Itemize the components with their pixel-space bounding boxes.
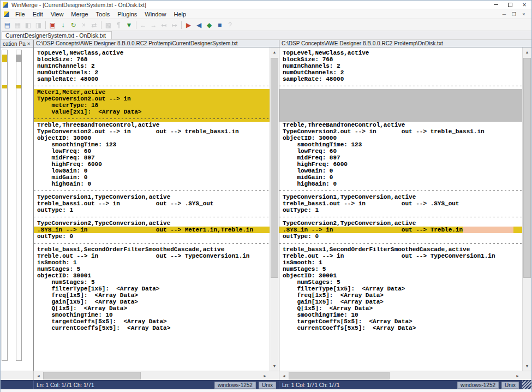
code-line[interactable] bbox=[34, 213, 270, 220]
code-line[interactable]: objectID: 30000 bbox=[34, 135, 270, 141]
code-line[interactable]: blockSize: 768 bbox=[34, 56, 270, 63]
code-line[interactable]: Meter1,Meter,active bbox=[34, 89, 270, 96]
code-line[interactable]: treble_bass1,SecondOrderFilterSmoothedCa… bbox=[34, 246, 270, 253]
code-line[interactable]: Treble.out --> in out --> TypeConversion… bbox=[34, 253, 270, 259]
menu-view[interactable]: View bbox=[47, 10, 68, 19]
document-system-menu-icon[interactable] bbox=[4, 11, 9, 17]
code-line[interactable]: lowFreq: 60 bbox=[34, 148, 270, 155]
code-line[interactable]: highFreq: 6000 bbox=[279, 161, 522, 168]
code-line[interactable]: sampleRate: 48000 bbox=[279, 76, 522, 82]
minimize-button[interactable] bbox=[489, 1, 503, 9]
code-line[interactable]: lowGain: 0 bbox=[279, 168, 522, 174]
code-line[interactable] bbox=[279, 96, 522, 102]
menu-file[interactable]: File bbox=[11, 10, 29, 19]
code-line[interactable] bbox=[34, 115, 270, 122]
scroll-right-icon[interactable]: ► bbox=[513, 371, 522, 380]
toolbar-help-icon[interactable]: ? bbox=[225, 20, 235, 30]
toolbar-reload-icon[interactable]: ↻ bbox=[68, 20, 79, 30]
code-line[interactable] bbox=[279, 240, 522, 246]
code-line[interactable]: Treble,ThreeBandToneControl,active bbox=[34, 122, 270, 128]
code-line[interactable]: midFreq: 897 bbox=[279, 155, 522, 161]
code-line[interactable]: outType: 1 bbox=[279, 207, 522, 213]
location-diff-marker[interactable] bbox=[16, 55, 21, 62]
toolbar-options-icon[interactable]: ▣ bbox=[47, 20, 58, 30]
code-line[interactable]: filterType[1x5]: <Array Data> bbox=[279, 286, 522, 292]
code-line[interactable]: lowGain: 0 bbox=[34, 168, 270, 174]
code-line[interactable]: freq[1x5]: <Array Data> bbox=[279, 292, 522, 299]
toolbar-next-diff-icon[interactable]: → bbox=[148, 20, 159, 30]
code-line[interactable] bbox=[279, 109, 522, 115]
code-line[interactable] bbox=[279, 115, 522, 122]
code-line[interactable]: freq[1x5]: <Array Data> bbox=[34, 292, 270, 299]
code-line[interactable]: numInChannels: 2 bbox=[34, 63, 270, 69]
code-line[interactable]: numStages: 5 bbox=[279, 266, 522, 272]
location-pane-body[interactable] bbox=[1, 47, 33, 371]
toolbar-plugins-icon[interactable]: ■ bbox=[214, 20, 225, 30]
child-close-button[interactable]: × bbox=[519, 10, 528, 17]
code-line[interactable]: currentCoeffs[5x5]: <Array Data> bbox=[279, 325, 522, 331]
code-line[interactable] bbox=[279, 213, 522, 220]
left-pane-content[interactable]: TopLevel,NewClass,activeblockSize: 768nu… bbox=[34, 47, 270, 371]
code-line[interactable]: blockSize: 768 bbox=[279, 56, 522, 63]
toolbar-prev-diff-icon[interactable]: ← bbox=[138, 20, 148, 30]
code-line[interactable]: highGain: 0 bbox=[34, 181, 270, 187]
code-line[interactable]: smoothingTime: 10 bbox=[34, 312, 270, 318]
close-button[interactable]: × bbox=[517, 1, 531, 9]
code-line[interactable]: Treble,ThreeBandToneControl,active bbox=[279, 122, 522, 128]
code-line[interactable]: smoothingTime: 123 bbox=[279, 141, 522, 148]
code-line[interactable]: .SYS_in --> in out --> Treble.in bbox=[279, 227, 522, 233]
code-line[interactable]: objectID: 30001 bbox=[34, 272, 270, 279]
code-line[interactable] bbox=[279, 187, 522, 194]
maximize-button[interactable] bbox=[503, 1, 517, 9]
code-line[interactable]: value[2x1]: <Array Data> bbox=[34, 109, 270, 115]
location-diff-marker[interactable] bbox=[2, 55, 7, 62]
code-line[interactable]: TypeConversion2.out --> in bbox=[34, 96, 270, 102]
code-line[interactable]: numInChannels: 2 bbox=[279, 63, 522, 69]
code-line[interactable]: outType: 0 bbox=[279, 233, 522, 240]
toolbar-save-right-icon[interactable]: ◨ bbox=[33, 20, 44, 30]
left-horizontal-scrollbar[interactable]: ◄ ► bbox=[34, 371, 279, 380]
menu-help[interactable]: Help bbox=[170, 10, 190, 19]
code-line[interactable] bbox=[34, 240, 270, 246]
location-bar-right[interactable] bbox=[16, 50, 22, 361]
right-vscroll-thumb[interactable] bbox=[523, 58, 531, 278]
code-line[interactable]: TopLevel,NewClass,active bbox=[34, 50, 270, 56]
code-line[interactable]: .SYS_in --> in out --> Meter1.in,Treble.… bbox=[34, 227, 270, 233]
code-line[interactable]: targetCoeffs[5x5]: <Array Data> bbox=[34, 318, 270, 325]
code-line[interactable]: TypeConversion2.out --> in out --> trebl… bbox=[279, 128, 522, 135]
menu-edit[interactable]: Edit bbox=[29, 10, 47, 19]
code-line[interactable]: midGain: 0 bbox=[279, 174, 522, 181]
right-hscroll-track[interactable] bbox=[289, 371, 513, 380]
code-line[interactable]: smoothingTime: 123 bbox=[34, 141, 270, 148]
scroll-down-icon[interactable]: ▼ bbox=[523, 361, 531, 371]
menu-tools[interactable]: Tools bbox=[92, 10, 114, 19]
code-line[interactable]: TypeConversion1,TypeConversion,active bbox=[34, 194, 270, 200]
toolbar-save-icon[interactable]: ▦ bbox=[13, 20, 23, 30]
right-hscroll-thumb[interactable] bbox=[289, 372, 390, 379]
right-pane-content[interactable]: TopLevel,NewClass,activeblockSize: 768nu… bbox=[279, 47, 522, 371]
code-line[interactable]: lowFreq: 60 bbox=[279, 148, 522, 155]
location-bar-left[interactable] bbox=[2, 50, 8, 361]
code-line[interactable]: numStages: 5 bbox=[34, 279, 270, 286]
resize-grip[interactable] bbox=[522, 381, 531, 389]
code-line[interactable]: numOutChannels: 2 bbox=[34, 69, 270, 76]
code-line[interactable]: midFreq: 897 bbox=[34, 155, 270, 161]
code-line[interactable]: meterType: 18 bbox=[34, 102, 270, 109]
code-line[interactable] bbox=[279, 82, 522, 89]
left-hscroll-thumb[interactable] bbox=[43, 372, 141, 379]
code-line[interactable]: smoothingTime: 10 bbox=[279, 312, 522, 318]
code-line[interactable] bbox=[34, 187, 270, 194]
menu-merge[interactable]: Merge bbox=[67, 10, 92, 19]
scroll-up-icon[interactable]: ▲ bbox=[523, 47, 531, 57]
scroll-left-icon[interactable]: ◄ bbox=[34, 371, 43, 380]
right-vertical-scrollbar[interactable]: ▲ ▼ bbox=[522, 47, 531, 371]
code-line[interactable]: numOutChannels: 2 bbox=[279, 69, 522, 76]
code-line[interactable]: outType: 0 bbox=[34, 233, 270, 240]
code-line[interactable]: objectID: 30000 bbox=[279, 135, 522, 141]
location-diff-marker[interactable] bbox=[2, 85, 7, 88]
code-line[interactable]: gain[1x5]: <Array Data> bbox=[34, 299, 270, 305]
toolbar-file-compare-icon[interactable]: ↓ bbox=[58, 20, 68, 30]
toolbar-copy-left-icon[interactable]: ◀ bbox=[194, 20, 204, 30]
code-line[interactable]: outType: 1 bbox=[34, 207, 270, 213]
code-line[interactable] bbox=[279, 102, 522, 109]
